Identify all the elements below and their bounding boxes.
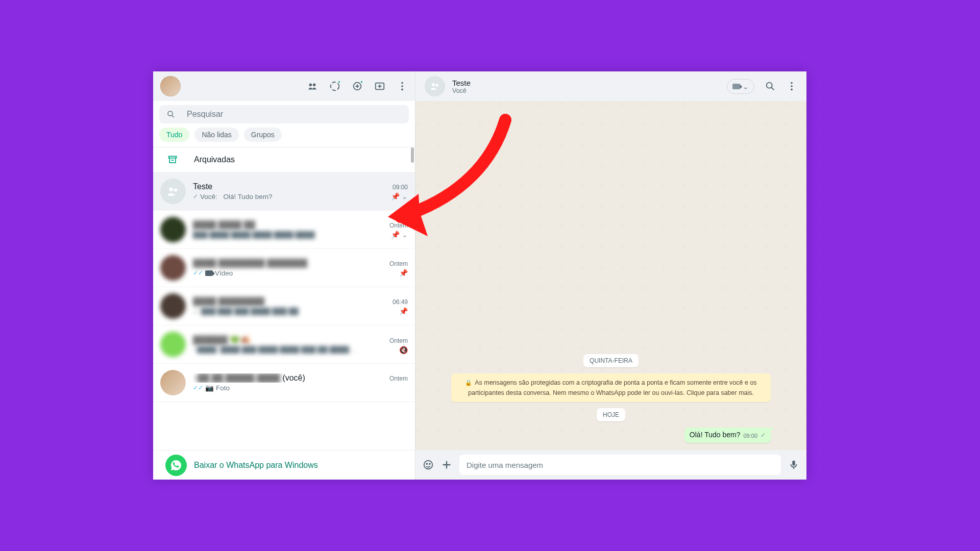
svg-point-5 xyxy=(401,82,403,84)
archived-label: Arquivadas xyxy=(194,155,235,164)
message-out[interactable]: Olá! Tudo bem? 09:00 ✓ xyxy=(684,428,771,443)
emoji-icon[interactable] xyxy=(423,459,434,470)
search-input[interactable]: Pesquisar xyxy=(159,105,409,123)
search-placeholder: Pesquisar xyxy=(187,110,223,119)
chat-time: Ontem xyxy=(389,222,408,229)
message-text: Olá! Tudo bem? xyxy=(690,431,741,439)
right-pane: Teste Você ⌄ QUINTA-FEIRA xyxy=(415,71,806,480)
menu-icon[interactable] xyxy=(786,81,797,92)
double-check-icon: ✓✓ xyxy=(193,269,203,277)
communities-icon[interactable] xyxy=(307,81,318,92)
avatar-blurred xyxy=(160,255,186,281)
chat-row[interactable]: ████ ████████06:49 ✓ ███ ███ ███ ████ ██… xyxy=(153,287,415,325)
svg-point-6 xyxy=(401,85,403,87)
filter-unread[interactable]: Não lidas xyxy=(194,128,238,142)
lock-icon: 🔒 xyxy=(465,380,472,386)
svg-point-14 xyxy=(767,83,772,88)
status-icon[interactable] xyxy=(329,81,340,92)
conversation-header: Teste Você ⌄ xyxy=(415,71,806,101)
svg-point-11 xyxy=(174,188,177,191)
scrollbar-thumb[interactable] xyxy=(411,147,414,163)
check-icon: ✓ xyxy=(193,193,198,200)
chat-name-blurred: ████ ████ ██ xyxy=(193,220,255,230)
date-chip: QUINTA-FEIRA xyxy=(583,354,639,367)
chevron-down-icon[interactable]: ⌄ xyxy=(402,231,408,239)
download-bar[interactable]: Baixar o WhatsApp para Windows xyxy=(153,450,415,480)
avatar-blurred xyxy=(160,293,186,319)
group-avatar-icon xyxy=(160,179,186,204)
encryption-notice[interactable]: 🔒 As mensagens são protegidas com a crip… xyxy=(451,373,771,402)
chevron-down-icon[interactable]: ⌄ xyxy=(402,192,408,201)
svg-point-20 xyxy=(429,463,430,464)
archive-icon xyxy=(167,155,178,165)
chat-time: Ontem xyxy=(389,260,408,267)
chat-row[interactable]: ████ ████████ ███████Ontem ✓✓ Vídeo 📌 xyxy=(153,249,415,287)
svg-point-16 xyxy=(791,85,793,87)
chat-row[interactable]: ██████ 💚🍂Ontem ~████: ████ ███ ████ ████… xyxy=(153,325,415,364)
chat-time: 06:49 xyxy=(393,298,408,306)
channels-icon[interactable] xyxy=(352,81,363,92)
chat-preview-blurred: ~████: ████ ███ ████ ████ ███ ██ ████… xyxy=(193,346,356,354)
chat-row-teste[interactable]: Teste09:00 ✓ Você: Olá! Tudo bem? 📌⌄ xyxy=(153,172,415,211)
svg-point-10 xyxy=(169,188,174,192)
svg-point-12 xyxy=(432,83,435,86)
chat-area: QUINTA-FEIRA 🔒 As mensagens são protegid… xyxy=(415,101,806,450)
chat-row-self[interactable]: +██ ██ █████-████ (você)Ontem ✓✓ 📷 Foto xyxy=(153,364,415,402)
whatsapp-logo-icon xyxy=(165,455,187,476)
download-text: Baixar o WhatsApp para Windows xyxy=(194,461,318,470)
my-avatar[interactable] xyxy=(160,76,181,96)
menu-icon[interactable] xyxy=(397,81,408,92)
app-window: Pesquisar Tudo Não lidas Grupos Arquivad… xyxy=(153,71,806,480)
message-time: 09:00 xyxy=(743,433,757,439)
filter-groups[interactable]: Grupos xyxy=(244,128,282,142)
pin-icon: 📌 xyxy=(391,192,400,201)
new-chat-icon[interactable] xyxy=(374,81,385,92)
date-chip: HOJE xyxy=(597,408,625,421)
video-call-button[interactable]: ⌄ xyxy=(727,79,754,94)
svg-point-15 xyxy=(791,82,793,84)
chat-name-blurred: ████ ████████ xyxy=(193,297,264,306)
camera-icon: 📷 xyxy=(205,384,214,392)
chat-name-blurred: ██████ 💚🍂 xyxy=(193,335,250,345)
chat-preview-blurred: ███ ████ ████ ████ ████ ████ xyxy=(193,231,315,239)
svg-rect-9 xyxy=(169,156,177,158)
conversation-actions: ⌄ xyxy=(727,79,797,94)
chat-preview-blurred: ✓ ███ ███ ███ ████ ███ ██ xyxy=(193,307,299,315)
compose-bar: Digite uma mensagem xyxy=(415,450,806,480)
message-input[interactable]: Digite uma mensagem xyxy=(459,455,781,475)
chat-preview: ✓ Você: Olá! Tudo bem? xyxy=(193,193,273,201)
group-avatar-icon xyxy=(425,76,445,96)
mic-icon[interactable] xyxy=(788,459,799,470)
pin-icon: 📌 xyxy=(391,231,400,239)
archived-row[interactable]: Arquivadas xyxy=(153,147,415,172)
svg-point-13 xyxy=(436,84,438,87)
attach-icon[interactable] xyxy=(441,459,452,470)
search-in-chat-icon[interactable] xyxy=(765,81,776,92)
svg-point-17 xyxy=(791,89,793,91)
svg-point-18 xyxy=(424,461,433,469)
chat-time: 09:00 xyxy=(393,184,408,191)
filter-all[interactable]: Tudo xyxy=(159,128,189,142)
avatar-blurred xyxy=(160,332,186,357)
pin-icon: 📌 xyxy=(399,269,408,277)
check-icon: ✓ xyxy=(761,432,766,439)
svg-point-8 xyxy=(168,111,173,116)
svg-point-7 xyxy=(401,89,403,91)
left-header xyxy=(153,71,415,101)
chat-time: Ontem xyxy=(389,375,408,382)
chat-row[interactable]: ████ ████ ██Ontem ███ ████ ████ ████ ███… xyxy=(153,211,415,249)
video-icon xyxy=(732,84,740,89)
svg-point-1 xyxy=(313,84,316,87)
chat-preview: ✓✓ Vídeo xyxy=(193,269,233,277)
avatar-blurred xyxy=(160,217,186,242)
chat-name: Teste xyxy=(193,182,212,191)
video-icon xyxy=(205,270,213,276)
mute-icon: 🔇 xyxy=(399,346,408,354)
conversation-info[interactable]: Teste Você xyxy=(425,76,471,96)
search-icon xyxy=(166,110,176,119)
filter-tabs: Tudo Não lidas Grupos xyxy=(153,126,415,147)
message-input-placeholder: Digite uma mensagem xyxy=(467,461,543,469)
chat-name: +██ ██ █████-████ (você) xyxy=(193,373,305,383)
left-header-icons xyxy=(307,81,408,92)
left-pane: Pesquisar Tudo Não lidas Grupos Arquivad… xyxy=(153,71,415,480)
